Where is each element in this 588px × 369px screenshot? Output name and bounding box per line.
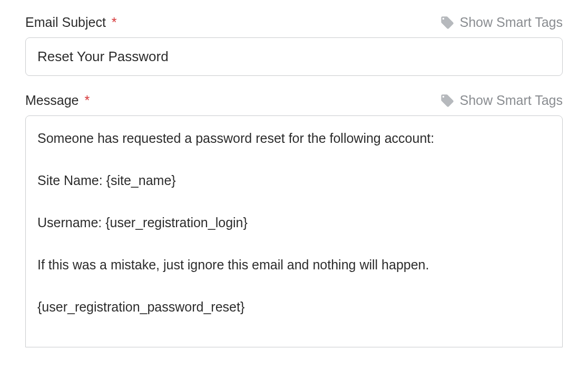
message-label: Message * <box>25 93 90 108</box>
message-label-text: Message <box>25 93 79 108</box>
email-subject-label: Email Subject * <box>25 15 117 30</box>
show-smart-tags-label: Show Smart Tags <box>460 93 563 108</box>
tag-icon <box>440 15 455 30</box>
message-field-group: Message * Show Smart Tags Someone has re… <box>25 93 563 349</box>
email-subject-field-group: Email Subject * Show Smart Tags <box>25 15 563 76</box>
email-subject-header: Email Subject * Show Smart Tags <box>25 15 563 30</box>
show-smart-tags-link-message[interactable]: Show Smart Tags <box>440 93 563 108</box>
required-asterisk: * <box>84 93 90 108</box>
message-input[interactable]: Someone has requested a password reset f… <box>25 115 563 347</box>
required-asterisk: * <box>112 15 117 30</box>
show-smart-tags-link-subject[interactable]: Show Smart Tags <box>440 15 563 30</box>
tag-icon <box>440 93 455 108</box>
email-subject-label-text: Email Subject <box>25 15 106 30</box>
show-smart-tags-label: Show Smart Tags <box>460 15 563 30</box>
email-subject-input[interactable] <box>25 37 563 76</box>
message-header: Message * Show Smart Tags <box>25 93 563 108</box>
